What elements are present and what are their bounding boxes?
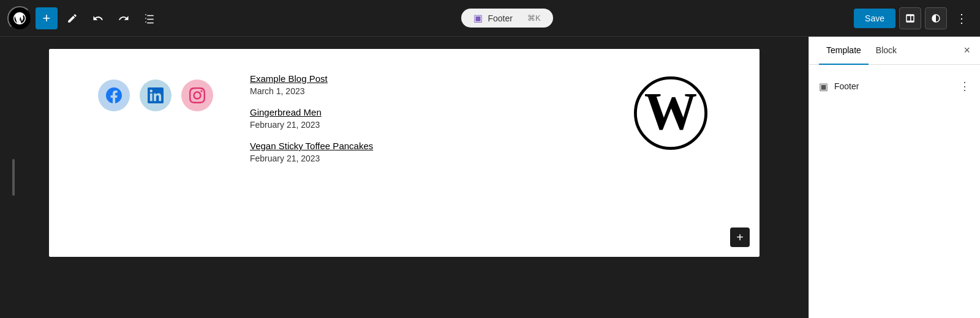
canvas-wrapper: Example Blog Post March 1, 2023 Gingerbr… [0,37,809,318]
edit-pen-button[interactable] [61,7,83,29]
sidebar-tabs: Template Block × [809,37,980,65]
redo-button[interactable] [113,7,135,29]
main-area: Example Blog Post March 1, 2023 Gingerbr… [0,37,980,318]
blog-post-date-3: February 21, 2023 [250,153,594,163]
linkedin-icon[interactable] [140,80,172,111]
sidebar-close-button[interactable]: × [963,37,970,64]
wp-logo-button[interactable] [7,6,32,31]
theme-toggle-button[interactable] [925,7,947,29]
toolbar: + ▣ Footer ⌘K Save ⋮ [0,0,980,37]
sidebar-body: ▣ Footer ⋮ [809,65,980,318]
wordpress-logo: W [631,73,710,153]
list-view-button[interactable] [138,7,160,29]
footer-template-icon: ▣ [473,12,483,24]
blog-post-link-2[interactable]: Gingerbread Men [250,107,594,117]
svg-text:W: W [644,82,697,141]
blog-posts-list: Example Blog Post March 1, 2023 Gingerbr… [213,73,631,174]
add-block-toolbar-button[interactable]: + [36,7,58,29]
sidebar-footer-template-icon: ▣ [819,81,828,92]
scroll-handle-left [12,159,15,196]
sidebar-footer-item-label: Footer [834,81,953,91]
social-icons-group [98,73,213,111]
breadcrumb-pill[interactable]: ▣ Footer ⌘K [461,9,552,28]
canvas-content: Example Blog Post March 1, 2023 Gingerbr… [49,49,760,257]
blog-post-date-1: March 1, 2023 [250,86,594,96]
blog-post-date-2: February 21, 2023 [250,120,594,130]
tab-block[interactable]: Block [869,37,904,65]
sidebar-item-more-button[interactable]: ⋮ [959,80,970,93]
more-options-button[interactable]: ⋮ [951,7,973,29]
blog-post-link-1[interactable]: Example Blog Post [250,73,594,84]
breadcrumb-shortcut: ⌘K [527,13,541,23]
facebook-icon[interactable] [98,80,130,111]
undo-button[interactable] [87,7,109,29]
breadcrumb-footer-label: Footer [488,13,512,23]
sidebar: Template Block × ▣ Footer ⋮ [809,37,980,318]
add-block-canvas-button[interactable]: + [730,227,750,247]
toolbar-right: Save ⋮ [854,7,973,29]
blog-post-link-3[interactable]: Vegan Sticky Toffee Pancakes [250,141,594,151]
sidebar-footer-item: ▣ Footer ⋮ [819,75,970,98]
toolbar-left: + [7,6,160,31]
toolbar-center: ▣ Footer ⌘K [163,9,851,28]
layout-toggle-button[interactable] [899,7,921,29]
instagram-icon[interactable] [181,80,213,111]
tab-template[interactable]: Template [819,37,869,65]
save-button[interactable]: Save [854,9,895,28]
